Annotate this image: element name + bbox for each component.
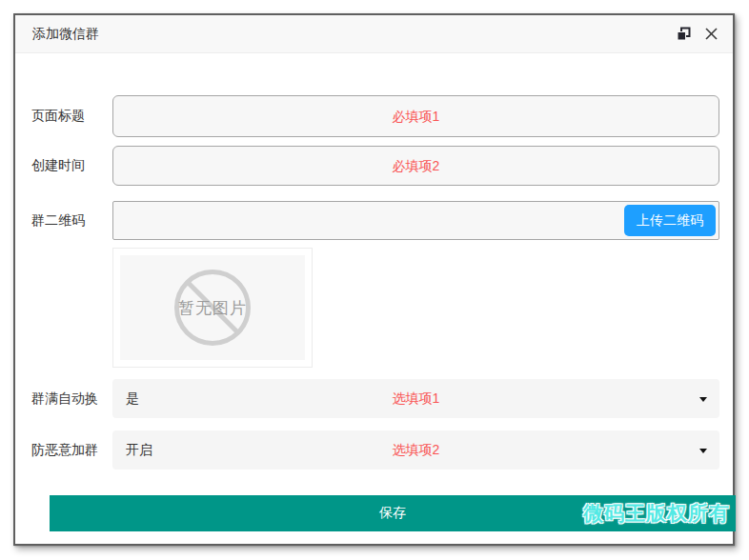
close-icon[interactable] (703, 27, 719, 42)
dialog-titlebar: 添加微信群 (15, 15, 733, 53)
field-row-page-title: 页面标题 (31, 95, 719, 137)
anti-malicious-select[interactable]: 开启 选填项2 (112, 430, 719, 470)
auto-switch-select[interactable]: 是 选填项1 (112, 379, 719, 418)
qrcode-input[interactable]: 上传二维码 (112, 201, 719, 240)
dialog-title: 添加微信群 (32, 26, 676, 43)
caret-down-icon (699, 397, 707, 402)
field-row-anti-malicious: 防恶意加群 开启 选填项2 (31, 430, 719, 470)
page-title-input[interactable] (112, 95, 719, 137)
qrcode-preview-row: 暂无图片 (112, 248, 719, 368)
dialog-content: 页面标题 创建时间 群二维码 上传二维码 暂无图片 群满自动换 是 (15, 53, 733, 531)
field-label: 群二维码 (31, 212, 112, 230)
qrcode-preview-box: 暂无图片 (112, 248, 313, 368)
no-image-text: 暂无图片 (178, 297, 247, 319)
field-label: 防恶意加群 (31, 442, 112, 459)
caret-down-icon (699, 449, 707, 453)
select-value: 开启 (126, 442, 152, 459)
field-label: 创建时间 (31, 157, 112, 174)
field-row-qrcode: 群二维码 上传二维码 (31, 201, 719, 240)
window-controls (676, 27, 719, 42)
field-label: 页面标题 (31, 108, 112, 125)
field-row-auto-switch: 群满自动换 是 选填项1 (31, 379, 719, 418)
select-hint: 选填项2 (112, 442, 719, 459)
save-button-label: 保存 (379, 505, 406, 522)
field-row-create-time: 创建时间 (31, 146, 719, 186)
save-button[interactable]: 保存 微码王版权所有 (50, 495, 736, 531)
select-value: 是 (126, 390, 139, 408)
add-wechat-group-dialog: 添加微信群 页面标题 创建时间 (13, 13, 735, 546)
field-label: 群满自动换 (31, 390, 112, 408)
copyright-watermark: 微码王版权所有 (583, 500, 730, 527)
no-image-placeholder: 暂无图片 (120, 255, 305, 360)
select-hint: 选填项1 (112, 390, 719, 408)
create-time-input[interactable] (112, 146, 719, 186)
upload-qrcode-button[interactable]: 上传二维码 (624, 205, 716, 236)
restore-window-icon[interactable] (676, 27, 691, 42)
